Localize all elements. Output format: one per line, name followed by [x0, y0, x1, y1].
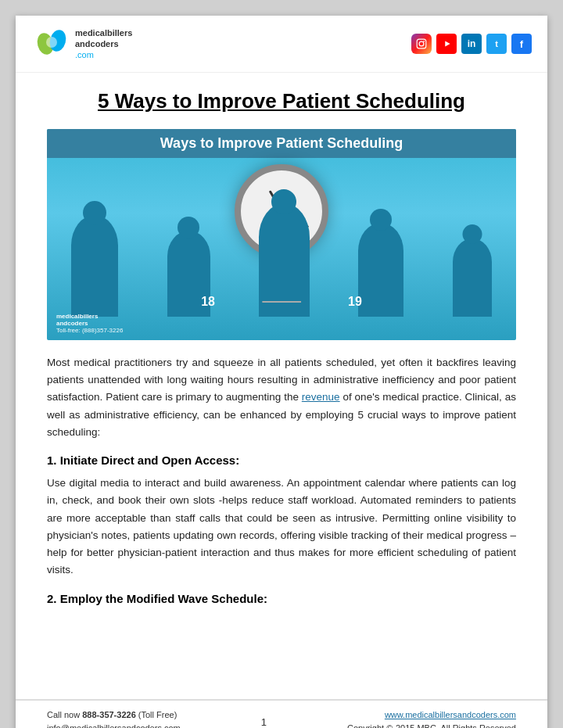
logo-area: medicalbillers andcoders .com [31, 23, 132, 64]
section2-heading: 2. Employ the Modified Wave Schedule: [47, 592, 516, 605]
hero-banner: Ways to Improve Patient Scheduling [47, 129, 516, 158]
person-silhouette-4 [358, 223, 403, 317]
article-title: 5 Ways to Improve Patient Scheduling [47, 88, 516, 115]
revenue-link[interactable]: revenue [302, 391, 340, 403]
instagram-icon[interactable] [411, 34, 432, 54]
youtube-icon[interactable] [436, 34, 457, 54]
footer: Call now 888-357-3226 (Toll Free) info@m… [16, 699, 547, 728]
footer-contact: Call now 888-357-3226 (Toll Free) info@m… [47, 708, 181, 728]
clock-number-dash [262, 295, 301, 309]
hero-image: Ways to Improve Patient Scheduling 18 [47, 129, 516, 340]
clock-number-18: 18 [201, 295, 215, 309]
social-icons-bar: in t f [411, 34, 532, 54]
svg-rect-7 [262, 301, 301, 303]
logo-text: medicalbillers andcoders .com [75, 27, 132, 61]
page-number: 1 [261, 716, 267, 728]
person-silhouette-5 [453, 238, 492, 317]
logo-icon [31, 23, 72, 64]
person-silhouette-1 [71, 215, 118, 317]
svg-point-4 [419, 41, 424, 46]
phone-number: 888-357-3226 [82, 710, 136, 719]
svg-point-5 [423, 41, 425, 42]
facebook-icon[interactable]: f [511, 34, 532, 54]
footer-website: www.medicalbillersandcoders.com Copyrigh… [347, 708, 516, 728]
intro-paragraph: Most medical practitioners try and squee… [47, 354, 516, 441]
hero-tollfree: Toll-free: (888)357-3226 [56, 327, 123, 334]
copyright-text: Copyright ©-2015 MBC. All Rights Reserve… [347, 722, 516, 728]
main-content: 5 Ways to Improve Patient Scheduling Way… [16, 73, 547, 728]
linkedin-icon[interactable]: in [461, 34, 482, 54]
twitter-icon[interactable]: t [486, 34, 507, 54]
clock-numbers: 18 19 [201, 295, 362, 309]
call-label: Call now [47, 710, 82, 719]
svg-marker-6 [445, 41, 450, 47]
footer-email: info@medicalbillersandcoders.com [47, 723, 181, 728]
page: medicalbillers andcoders .com in t f [16, 16, 547, 728]
header: medicalbillers andcoders .com in t f [16, 16, 547, 73]
hero-footer-info: medicalbillersandcoders Toll-free: (888)… [56, 313, 123, 334]
hero-logo-small: medicalbillersandcoders [56, 313, 123, 327]
clock-number-19: 19 [348, 295, 362, 309]
svg-point-2 [46, 37, 57, 48]
svg-rect-3 [417, 39, 426, 48]
section1-text: Use digital media to interact and build … [47, 475, 516, 579]
toll-label: (Toll Free) [136, 710, 178, 719]
section1-heading: 1. Initiate Direct and Open Access: [47, 454, 516, 467]
website-url[interactable]: www.medicalbillersandcoders.com [347, 708, 516, 723]
